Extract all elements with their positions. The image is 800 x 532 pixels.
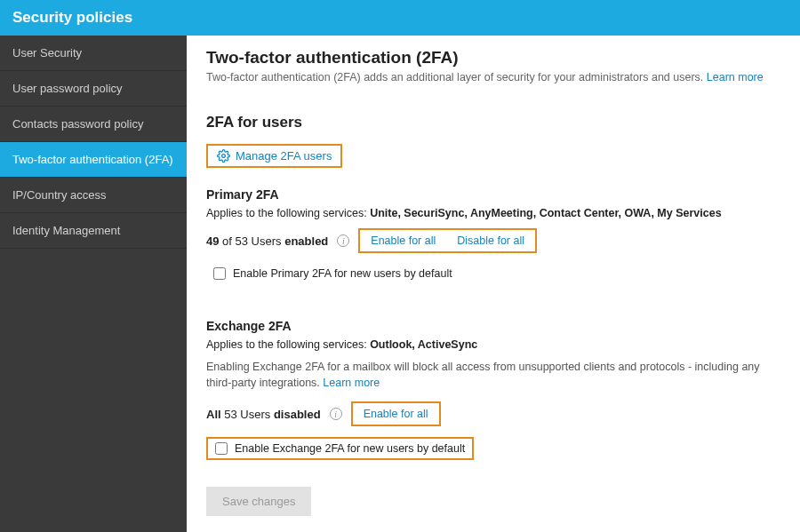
gear-icon — [217, 149, 230, 163]
exchange-learn-more-link[interactable]: Learn more — [323, 377, 380, 389]
primary-default-label: Enable Primary 2FA for new users by defa… — [233, 267, 452, 280]
manage-2fa-users-link[interactable]: Manage 2FA users — [206, 144, 342, 168]
exchange-default-checkbox[interactable] — [215, 442, 228, 455]
learn-more-link[interactable]: Learn more — [707, 71, 764, 83]
topbar: Security policies — [0, 0, 800, 36]
exchange-count-all: All — [206, 408, 221, 421]
primary-count-num: 49 — [206, 234, 219, 248]
primary-services: Unite, SecuriSync, AnyMeeting, Contact C… — [370, 207, 721, 219]
sidebar-item-label: Identity Management — [12, 224, 120, 237]
primary-disable-all-button[interactable]: Disable for all — [446, 230, 535, 251]
sidebar-item-label: User password policy — [12, 82, 123, 95]
sidebar-item-ip-country-access[interactable]: IP/Country access — [0, 178, 187, 213]
exchange-default-label: Enable Exchange 2FA for new users by def… — [235, 442, 465, 455]
content: 2FA for users Manage 2FA users Primary 2… — [187, 92, 800, 532]
sidebar-item-user-password-policy[interactable]: User password policy — [0, 71, 187, 107]
sidebar-item-contacts-password-policy[interactable]: Contacts password policy — [0, 107, 187, 142]
sidebar-item-label: IP/Country access — [12, 188, 107, 202]
exchange-note-text: Enabling Exchange 2FA for a mailbox will… — [206, 361, 760, 389]
page-desc-text: Two-factor authentication (2FA) adds an … — [206, 71, 707, 83]
exchange-enable-all-button[interactable]: Enable for all — [353, 403, 439, 425]
exchange-statusline: All 53 Users disabled i Enable for all — [206, 401, 780, 426]
svg-point-0 — [222, 155, 226, 158]
primary-statusline: 49 of 53 Users enabled i Enable for all … — [206, 228, 780, 253]
section-title-users: 2FA for users — [206, 114, 780, 131]
exchange-count-mid: 53 Users — [221, 408, 274, 421]
exchange-count-state: disabled — [274, 408, 321, 421]
manage-2fa-users-label: Manage 2FA users — [236, 149, 332, 163]
exchange-default-row[interactable]: Enable Exchange 2FA for new users by def… — [206, 437, 474, 460]
sidebar-item-user-security[interactable]: User Security — [0, 36, 187, 71]
primary-action-group: Enable for all Disable for all — [358, 228, 537, 253]
primary-default-row[interactable]: Enable Primary 2FA for new users by defa… — [206, 264, 460, 283]
primary-count-mid: of 53 Users — [219, 234, 284, 248]
applies-prefix: Applies to the following services: — [206, 207, 370, 219]
page-desc: Two-factor authentication (2FA) adds an … — [206, 71, 780, 83]
primary-2fa-title: Primary 2FA — [206, 187, 780, 202]
topbar-title: Security policies — [12, 9, 132, 27]
sidebar-item-label: User Security — [12, 46, 82, 60]
exchange-2fa-title: Exchange 2FA — [206, 319, 780, 333]
page-title: Two-factor authentication (2FA) — [206, 48, 780, 67]
primary-enable-all-button[interactable]: Enable for all — [360, 230, 446, 251]
body: User Security User password policy Conta… — [0, 36, 800, 532]
info-icon[interactable]: i — [330, 408, 342, 420]
exchange-count: All 53 Users disabled — [206, 408, 321, 421]
primary-count: 49 of 53 Users enabled — [206, 234, 328, 248]
sidebar-item-identity-management[interactable]: Identity Management — [0, 213, 187, 249]
save-changes-button[interactable]: Save changes — [206, 487, 311, 516]
exchange-action-group: Enable for all — [351, 401, 441, 426]
primary-default-checkbox[interactable] — [213, 267, 226, 280]
main: Two-factor authentication (2FA) Two-fact… — [187, 36, 800, 532]
page-head: Two-factor authentication (2FA) Two-fact… — [187, 36, 800, 92]
sidebar-item-label: Two-factor authentication (2FA) — [12, 153, 173, 166]
applies-prefix: Applies to the following services: — [206, 338, 370, 351]
sidebar-item-two-factor-auth[interactable]: Two-factor authentication (2FA) — [0, 142, 187, 178]
exchange-note: Enabling Exchange 2FA for a mailbox will… — [206, 360, 780, 391]
sidebar: User Security User password policy Conta… — [0, 36, 187, 532]
exchange-applies: Applies to the following services: Outlo… — [206, 338, 780, 351]
exchange-services: Outlook, ActiveSync — [370, 338, 477, 351]
primary-applies: Applies to the following services: Unite… — [206, 207, 780, 219]
primary-count-state: enabled — [284, 234, 328, 248]
sidebar-item-label: Contacts password policy — [12, 117, 143, 131]
info-icon[interactable]: i — [337, 234, 349, 247]
